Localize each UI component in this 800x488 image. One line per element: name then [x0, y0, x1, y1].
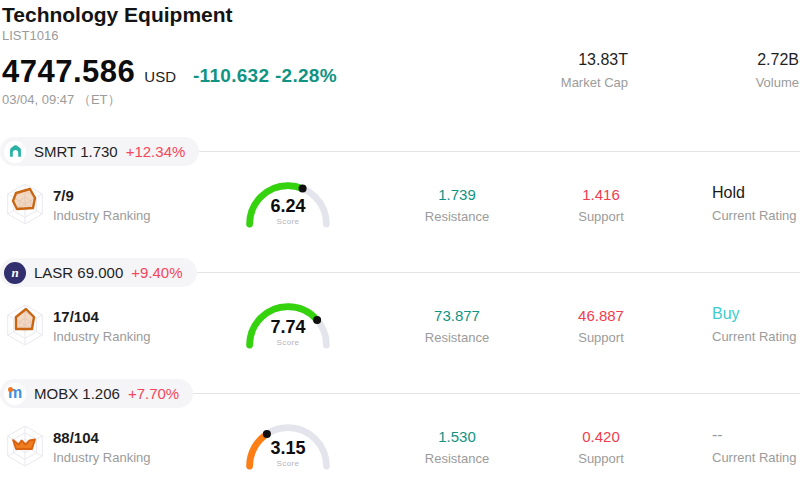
gauge-score-label: Score — [240, 338, 336, 347]
ticker-pill-lasr[interactable]: n LASR 69.000 +9.40% — [0, 258, 197, 287]
support-value: 46.887 — [521, 307, 681, 324]
radar-hexagon-icon — [4, 423, 46, 469]
ticker-change: +9.40% — [131, 264, 182, 281]
list-header: Technology Equipment LIST1016 4747.586 U… — [0, 0, 800, 137]
industry-ranking-block[interactable]: 88/104 Industry Ranking — [4, 423, 151, 469]
support-col: 0.420 Support — [521, 428, 681, 466]
resistance-label: Resistance — [377, 330, 537, 345]
rating-col: Buy Current Rating — [712, 305, 797, 344]
index-price: 4747.586 — [2, 54, 135, 90]
rating-value: Hold — [712, 184, 797, 202]
rating-label: Current Rating — [712, 329, 797, 344]
resistance-value: 73.877 — [377, 307, 537, 324]
rating-label: Current Rating — [712, 450, 797, 465]
blue-m-logo-icon: m — [4, 383, 26, 405]
gauge-marker-dot — [299, 185, 307, 193]
resistance-col: 1.530 Resistance — [377, 428, 537, 466]
ticker-pill-smrt[interactable]: SMRT 1.730 +12.34% — [0, 137, 199, 166]
divider — [199, 151, 800, 152]
ticker-pill-row: n LASR 69.000 +9.40% — [0, 258, 800, 287]
market-cap-value: 13.83T — [561, 51, 628, 69]
resistance-label: Resistance — [377, 209, 537, 224]
price-row: 4747.586 USD -110.632 -2.28% — [2, 54, 798, 88]
stock-metrics-row: 17/104 Industry Ranking 7.74 Score 73.87… — [0, 300, 800, 358]
support-label: Support — [521, 330, 681, 345]
list-id: LIST1016 — [2, 28, 798, 44]
gauge-score-label: Score — [240, 459, 336, 468]
ticker-pill-row: m MOBX 1.206 +7.70% — [0, 379, 800, 408]
support-value: 1.416 — [521, 186, 681, 203]
ticker-change: +7.70% — [128, 385, 179, 402]
rating-col: Hold Current Rating — [712, 184, 797, 223]
score-gauge: 6.24 Score — [240, 176, 336, 236]
divider — [197, 272, 800, 273]
rating-label: Current Rating — [712, 208, 797, 223]
quote-timestamp: 03/04, 09:47 （ET） — [2, 91, 798, 109]
support-label: Support — [521, 209, 681, 224]
ranking-label: Industry Ranking — [53, 450, 151, 465]
radar-hexagon-icon — [4, 302, 46, 348]
ticker-pill-mobx[interactable]: m MOBX 1.206 +7.70% — [0, 379, 193, 408]
ticker-change: +12.34% — [126, 143, 186, 160]
score-gauge: 7.74 Score — [240, 297, 336, 357]
orange-dot — [8, 387, 13, 392]
gauge-score-value: 3.15 — [240, 438, 336, 459]
currency-label: USD — [144, 68, 176, 85]
rating-value: Buy — [712, 305, 797, 323]
volume-label: Volume — [756, 75, 799, 90]
ticker-symbol-price: MOBX 1.206 — [34, 385, 120, 402]
gauge-marker-dot — [263, 430, 271, 438]
resistance-value: 1.530 — [377, 428, 537, 445]
industry-ranking-block[interactable]: 17/104 Industry Ranking — [4, 302, 151, 348]
stock-section-mobx: m MOBX 1.206 +7.70% 88/104 Industry — [0, 379, 800, 479]
support-col: 1.416 Support — [521, 186, 681, 224]
rating-col: -- Current Rating — [712, 426, 797, 465]
gauge-score-value: 6.24 — [240, 196, 336, 217]
divider — [193, 393, 800, 394]
page-title: Technology Equipment — [2, 3, 798, 27]
stock-metrics-row: 88/104 Industry Ranking 3.15 Score 1.530… — [0, 421, 800, 479]
ticker-symbol-price: SMRT 1.730 — [34, 143, 118, 160]
navy-circle-n-logo-icon: n — [4, 262, 26, 284]
ticker-symbol-price: LASR 69.000 — [34, 264, 123, 281]
index-change: -110.632 -2.28% — [193, 65, 337, 87]
industry-ranking-block[interactable]: 7/9 Industry Ranking — [4, 181, 151, 227]
market-cap-label: Market Cap — [561, 75, 628, 90]
resistance-col: 73.877 Resistance — [377, 307, 537, 345]
support-label: Support — [521, 451, 681, 466]
ranking-label: Industry Ranking — [53, 329, 151, 344]
gauge-score-value: 7.74 — [240, 317, 336, 338]
volume-value: 2.72B — [756, 51, 799, 69]
score-gauge: 3.15 Score — [240, 418, 336, 478]
ranking-label: Industry Ranking — [53, 208, 151, 223]
stock-section-smrt: SMRT 1.730 +12.34% 7/9 Industry Ranking — [0, 137, 800, 237]
market-cap-stat: 13.83T Market Cap — [561, 51, 628, 90]
ranking-value: 88/104 — [53, 429, 151, 446]
resistance-col: 1.739 Resistance — [377, 186, 537, 224]
ticker-pill-row: SMRT 1.730 +12.34% — [0, 137, 800, 166]
ranking-value: 17/104 — [53, 308, 151, 325]
stock-metrics-row: 7/9 Industry Ranking 6.24 Score 1.739 Re… — [0, 179, 800, 237]
ranking-value: 7/9 — [53, 187, 151, 204]
volume-stat: 2.72B Volume — [756, 51, 799, 90]
teal-home-logo-icon — [4, 141, 26, 163]
stock-section-lasr: n LASR 69.000 +9.40% 17/104 Industry Ran… — [0, 258, 800, 358]
support-value: 0.420 — [521, 428, 681, 445]
resistance-value: 1.739 — [377, 186, 537, 203]
rating-value: -- — [712, 426, 797, 444]
support-col: 46.887 Support — [521, 307, 681, 345]
radar-hexagon-icon — [4, 181, 46, 227]
gauge-score-label: Score — [240, 217, 336, 226]
resistance-label: Resistance — [377, 451, 537, 466]
